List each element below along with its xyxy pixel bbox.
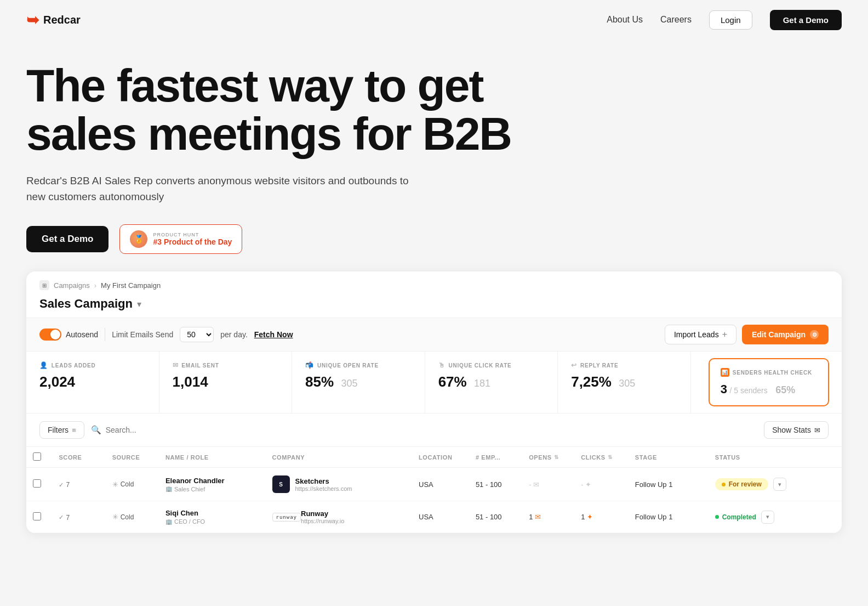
opens-cell-1: 1 ✉ xyxy=(522,501,574,533)
company-logo: runway xyxy=(272,513,301,522)
autosend-label: Autosend xyxy=(66,330,98,339)
show-stats-button[interactable]: Show Stats ✉ xyxy=(764,421,829,439)
reply-rate-count: 305 xyxy=(619,378,635,389)
score-cell-1: ✓ 7 xyxy=(52,501,105,533)
leads-table-body: ✓ 7✳ColdEleanor Chandler🏢Sales ChiefSSke… xyxy=(26,468,842,533)
breadcrumb-current: My First Campaign xyxy=(101,281,161,290)
emp-cell-1: 51 - 100 xyxy=(469,501,522,533)
login-button[interactable]: Login xyxy=(709,10,752,30)
campaign-panel: ⊞ Campaigns › My First Campaign Sales Ca… xyxy=(26,271,842,533)
campaign-title-chevron-icon[interactable]: ▾ xyxy=(137,299,141,309)
filters-row: Filters ≡ 🔍 Show Stats ✉ xyxy=(26,414,842,447)
stat-click-rate: 🖱 UNIQUE CLICK RATE 67% 181 xyxy=(425,352,558,413)
campaign-toolbar: Autosend Limit Emails Send 50 100 200 pe… xyxy=(26,318,842,352)
leads-added-value: 2,024 xyxy=(39,373,146,390)
logo[interactable]: ➥ Redcar xyxy=(26,11,81,29)
email-sent-value: 1,014 xyxy=(173,373,279,390)
nav-demo-button[interactable]: Get a Demo xyxy=(770,10,842,30)
per-day-label: per day. xyxy=(220,330,248,339)
breadcrumb-separator: › xyxy=(94,281,96,290)
company-cell-0: SSketchershttps://sketchers.com xyxy=(266,468,413,501)
search-input[interactable] xyxy=(106,426,757,434)
th-opens: OPENS ⇅ xyxy=(522,447,574,468)
hero-actions: Get a Demo 🏅 PRODUCT HUNT #3 Product of … xyxy=(26,224,842,254)
nav-about-us[interactable]: About Us xyxy=(607,15,643,25)
status-chevron-icon[interactable]: ▾ xyxy=(773,478,786,491)
open-envelope-icon: ✉ xyxy=(533,480,539,489)
edit-campaign-button[interactable]: Edit Campaign ⚙ xyxy=(742,325,829,344)
score-cell-0: ✓ 7 xyxy=(52,468,105,501)
product-hunt-badge[interactable]: 🏅 PRODUCT HUNT #3 Product of the Day xyxy=(119,224,242,254)
open-rate-count: 305 xyxy=(341,378,357,389)
name-cell-0: Eleanor Chandler🏢Sales Chief xyxy=(159,468,266,501)
leads-added-label: LEADS ADDED xyxy=(52,363,96,369)
status-cell-1: Completed ▾ xyxy=(709,501,815,533)
import-leads-label: Import Leads xyxy=(674,330,719,339)
ph-rank: #3 Product of the Day xyxy=(153,237,232,246)
th-emp: # EMP... xyxy=(469,447,522,468)
filters-icon: ≡ xyxy=(72,426,76,434)
senders-health-check: 📊 SENDERS HEALTH CHECK 3 / 5 senders 65% xyxy=(709,358,829,406)
click-icon: ✦ xyxy=(587,513,593,521)
open-rate-label: UNIQUE OPEN RATE xyxy=(317,363,379,369)
health-label: SENDERS HEALTH CHECK xyxy=(733,370,812,376)
stage-cell-1: Follow Up 1 xyxy=(629,501,709,533)
th-stage: STAGE xyxy=(629,447,709,468)
campaign-title: Sales Campaign xyxy=(39,297,133,311)
row-checkbox-0[interactable] xyxy=(33,479,41,488)
th-name: NAME / ROLE xyxy=(159,447,266,468)
role-icon: 🏢 xyxy=(165,519,172,525)
health-total: / 5 senders xyxy=(729,386,767,395)
fetch-now-link[interactable]: Fetch Now xyxy=(254,330,293,339)
stat-open-rate: 📬 UNIQUE OPEN RATE 85% 305 xyxy=(292,352,425,413)
status-dot xyxy=(722,483,726,486)
nav-links: About Us Careers Login Get a Demo xyxy=(607,10,842,30)
location-cell-0: USA xyxy=(412,468,469,501)
logo-text: Redcar xyxy=(43,14,81,26)
open-rate-pct: 85% xyxy=(305,373,334,390)
row-checkbox-1[interactable] xyxy=(33,512,41,520)
show-stats-icon: ✉ xyxy=(814,426,820,434)
limit-emails-select[interactable]: 50 100 200 xyxy=(180,327,214,342)
navigation: ➥ Redcar About Us Careers Login Get a De… xyxy=(0,0,868,39)
status-chevron-icon[interactable]: ▾ xyxy=(761,511,774,524)
import-plus-icon: + xyxy=(722,330,727,339)
click-rate-count: 181 xyxy=(474,378,490,389)
breadcrumb-home-icon: ⊞ xyxy=(39,280,49,290)
filters-label: Filters xyxy=(48,426,68,434)
nav-careers[interactable]: Careers xyxy=(660,15,692,25)
health-value: 3 xyxy=(721,382,727,396)
emp-cell-0: 51 - 100 xyxy=(469,468,522,501)
breadcrumb: ⊞ Campaigns › My First Campaign xyxy=(26,271,842,294)
click-rate-pct: 67% xyxy=(438,373,467,390)
stats-row: 👤 LEADS ADDED 2,024 ✉ EMAIL SENT 1,014 📬… xyxy=(26,352,842,414)
table-row: ✓ 7✳ColdSiqi Chen🏢CEO / CFOrunwayRunwayh… xyxy=(26,501,842,533)
score-check-icon: ✓ xyxy=(59,514,64,521)
search-icon: 🔍 xyxy=(91,425,101,435)
reply-rate-icon: ↩ xyxy=(571,361,577,369)
click-rate-label: UNIQUE CLICK RATE xyxy=(448,363,511,369)
show-stats-label: Show Stats xyxy=(772,426,811,434)
hero-demo-button[interactable]: Get a Demo xyxy=(26,226,108,252)
name-cell-1: Siqi Chen🏢CEO / CFO xyxy=(159,501,266,533)
status-dot xyxy=(715,515,719,519)
open-rate-icon: 📬 xyxy=(305,361,314,369)
th-score: SCORE xyxy=(52,447,105,468)
reply-rate-label: REPLY RATE xyxy=(580,363,619,369)
import-leads-button[interactable]: Import Leads + xyxy=(665,325,736,344)
breadcrumb-parent[interactable]: Campaigns xyxy=(54,281,90,290)
campaign-title-row: Sales Campaign ▾ xyxy=(26,294,842,318)
logo-icon: ➥ xyxy=(26,11,39,29)
status-cell-0: For review ▾ xyxy=(709,468,815,501)
autosend-switch[interactable] xyxy=(39,329,61,341)
table-row: ✓ 7✳ColdEleanor Chandler🏢Sales ChiefSSke… xyxy=(26,468,842,501)
select-all-checkbox[interactable] xyxy=(33,452,41,461)
status-badge: Completed xyxy=(715,513,756,521)
clicks-cell-1: 1 ✦ xyxy=(574,501,629,533)
source-cell-1: ✳Cold xyxy=(106,501,159,533)
location-cell-1: USA xyxy=(412,501,469,533)
ph-label: PRODUCT HUNT xyxy=(153,232,232,237)
click-icon: ✦ xyxy=(585,480,591,489)
filters-button[interactable]: Filters ≡ xyxy=(39,421,84,439)
th-clicks: CLICKS ⇅ xyxy=(574,447,629,468)
